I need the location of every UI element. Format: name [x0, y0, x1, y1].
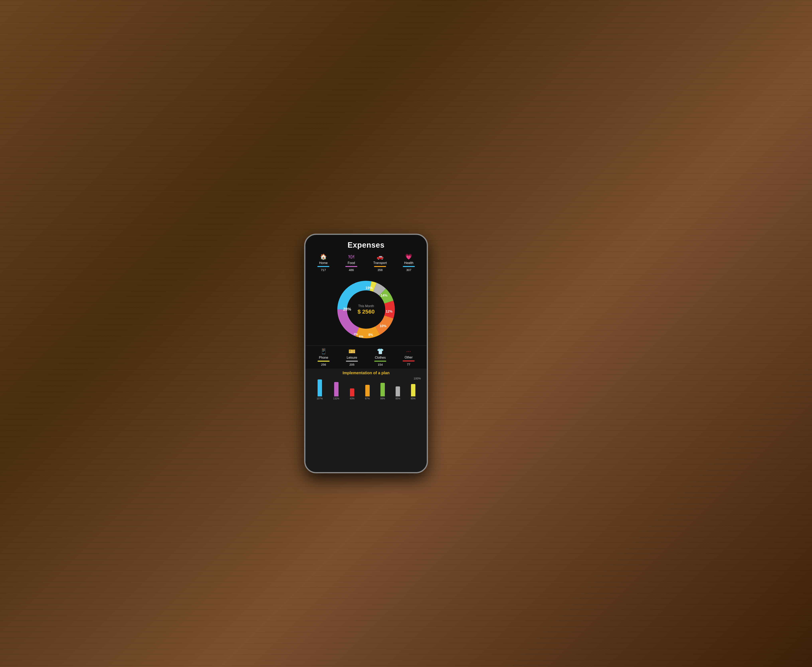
health-label: Health — [404, 261, 413, 265]
home-label: Home — [319, 261, 328, 265]
home-bar — [317, 266, 329, 267]
impl-bar-6-fill — [396, 387, 400, 397]
transport-icon: 🚗 — [377, 254, 384, 260]
svg-text:$ 2560: $ 2560 — [358, 309, 375, 315]
clothes-bar — [374, 361, 386, 362]
chart-area: This Month $ 2560 28% 19% 14% 12% 10% 8% — [305, 274, 427, 345]
other-bar — [403, 360, 414, 362]
leisure-value: 205 — [349, 363, 354, 366]
category-home[interactable]: 🏠 Home 717 — [317, 254, 329, 272]
clothes-icon: 👕 — [377, 348, 384, 355]
impl-bar-5-pct: 99% — [380, 397, 385, 400]
impl-bar-4-fill — [365, 385, 370, 397]
svg-text:19%: 19% — [366, 286, 373, 290]
phone-device: Expenses 🏠 Home 717 🍽 Food 486 — [304, 234, 428, 473]
other-label: Other — [404, 356, 413, 359]
home-value: 717 — [321, 268, 326, 272]
implementation-title: Implementation of a plan — [309, 371, 423, 375]
category-health[interactable]: 💗 Health 307 — [403, 254, 415, 272]
impl-bar-2-pct: 132% — [333, 397, 339, 400]
impl-bar-1: 107% — [317, 380, 323, 400]
category-other[interactable]: ··· Other 77 — [403, 348, 414, 366]
svg-text:12%: 12% — [386, 310, 393, 314]
category-food[interactable]: 🍽 Food 486 — [345, 254, 357, 272]
impl-bars-container: 107% 132% 43% 67% — [309, 380, 423, 400]
impl-bar-7-pct: 85% — [411, 397, 416, 400]
impl-bar-4: 67% — [365, 385, 370, 400]
health-value: 307 — [406, 268, 411, 272]
category-clothes[interactable]: 👕 Clothes 154 — [374, 348, 386, 366]
impl-bar-1-fill — [318, 380, 322, 397]
phone-value: 256 — [321, 363, 326, 366]
impl-bar-3-fill — [350, 388, 354, 397]
svg-text:6%: 6% — [359, 335, 363, 338]
impl-bar-1-pct: 107% — [317, 397, 323, 400]
svg-text:This Month: This Month — [358, 304, 374, 308]
category-phone[interactable]: 📱 Phone 256 — [318, 348, 330, 366]
impl-bar-7-fill — [411, 384, 415, 397]
impl-bar-5: 99% — [380, 383, 385, 400]
leisure-bar — [346, 361, 358, 362]
impl-bar-2: 132% — [333, 382, 339, 400]
impl-bar-6: 85% — [395, 387, 400, 400]
category-leisure[interactable]: 🎫 Leisure 205 — [346, 348, 358, 366]
impl-bar-2-fill — [334, 382, 338, 397]
other-icon: ··· — [406, 348, 411, 355]
food-bar — [345, 266, 357, 267]
phone-screen: Expenses 🏠 Home 717 🍽 Food 486 — [305, 235, 427, 472]
home-icon: 🏠 — [320, 254, 327, 260]
leisure-label: Leisure — [347, 356, 357, 360]
svg-text:14%: 14% — [381, 294, 388, 297]
phone-label: Phone — [319, 356, 328, 360]
top-categories-row: 🏠 Home 717 🍽 Food 486 🚗 Transport — [305, 251, 427, 274]
category-transport[interactable]: 🚗 Transport 358 — [373, 254, 387, 272]
clothes-value: 154 — [378, 363, 383, 366]
impl-bar-4-pct: 67% — [365, 397, 370, 400]
clothes-label: Clothes — [375, 356, 386, 360]
svg-text:28%: 28% — [343, 307, 351, 311]
donut-chart[interactable]: This Month $ 2560 28% 19% 14% 12% 10% 8% — [332, 275, 400, 343]
transport-label: Transport — [373, 261, 387, 265]
food-icon: 🍽 — [348, 254, 354, 260]
food-value: 486 — [349, 268, 354, 272]
impl-bar-6-pct: 85% — [395, 397, 400, 400]
svg-text:3%: 3% — [354, 332, 358, 336]
svg-text:10%: 10% — [379, 324, 386, 328]
impl-max-label: 100% — [309, 377, 423, 380]
impl-bar-3-pct: 43% — [350, 397, 355, 400]
food-label: Food — [348, 261, 355, 265]
phone-icon: 📱 — [320, 348, 327, 355]
bottom-categories-row: 📱 Phone 256 🎫 Leisure 205 👕 Clothes — [305, 345, 427, 368]
svg-text:8%: 8% — [368, 333, 373, 337]
phone-wrapper: Expenses 🏠 Home 717 🍽 Food 486 — [304, 234, 428, 473]
transport-value: 358 — [378, 268, 383, 272]
app-title: Expenses — [305, 235, 427, 251]
transport-bar — [374, 266, 386, 267]
leisure-icon: 🎫 — [348, 348, 356, 355]
impl-bar-7: 85% — [411, 384, 416, 400]
implementation-section: Implementation of a plan 100% 107% 132% — [305, 368, 427, 472]
health-bar — [403, 266, 415, 267]
phone-bar — [318, 361, 330, 362]
health-icon: 💗 — [405, 254, 412, 260]
other-value: 77 — [407, 363, 410, 366]
impl-bar-3: 43% — [350, 388, 355, 400]
impl-bar-5-fill — [380, 383, 385, 397]
